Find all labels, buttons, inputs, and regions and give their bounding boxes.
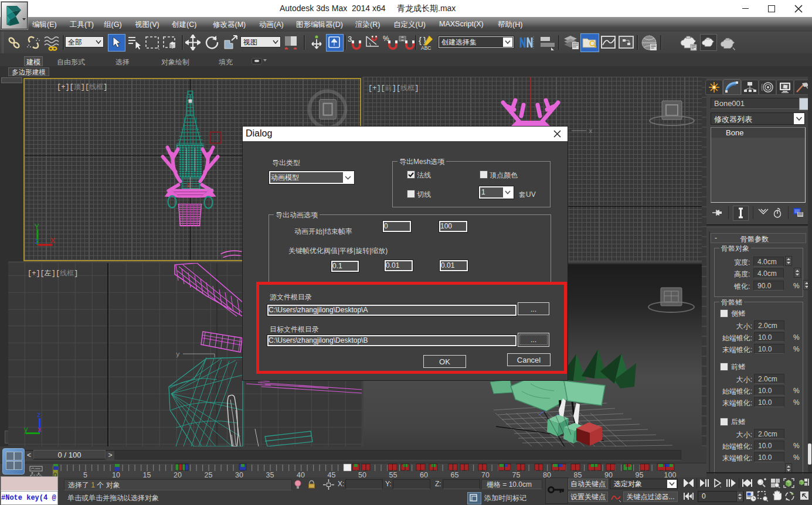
svg-text:z: z	[35, 237, 39, 245]
svg-text:ABC: ABC	[421, 45, 431, 51]
svg-text:y: y	[176, 351, 180, 358]
svg-text:x: x	[38, 425, 42, 434]
svg-text:z: z	[37, 410, 41, 419]
svg-text:X: X	[50, 236, 56, 245]
svg-text:x: x	[589, 128, 593, 135]
svg-text:z: z	[187, 182, 191, 189]
svg-text:Y: Y	[35, 222, 40, 231]
svg-text:3: 3	[348, 35, 352, 43]
svg-text:y: y	[24, 425, 28, 434]
